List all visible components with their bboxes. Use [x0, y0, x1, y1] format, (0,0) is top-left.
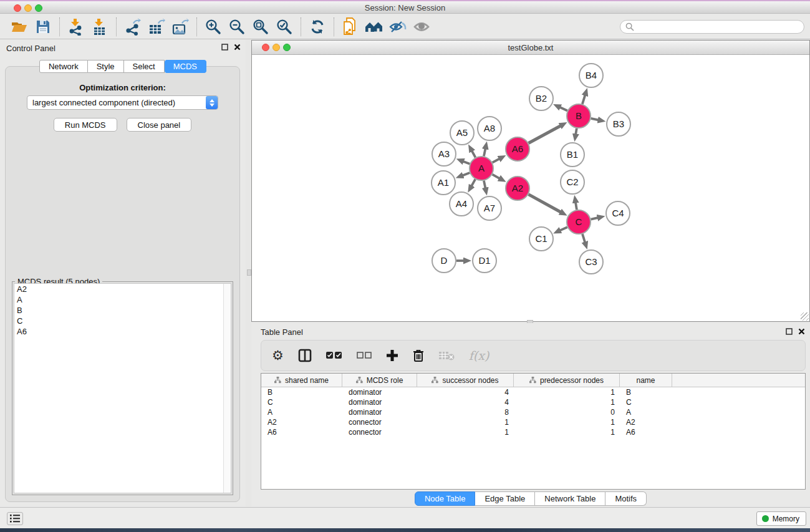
- edge-C-C1[interactable]: [559, 227, 567, 231]
- zoom-out-button[interactable]: [225, 16, 249, 37]
- table-cell[interactable]: A2: [261, 417, 342, 427]
- column-header-name[interactable]: name: [620, 374, 672, 387]
- table-row[interactable]: Adominator80A: [261, 407, 805, 417]
- refresh-layout-button[interactable]: [306, 16, 329, 37]
- table-cell[interactable]: 1: [417, 417, 514, 427]
- clone-network-button[interactable]: [339, 16, 362, 37]
- table-cell[interactable]: 1: [514, 387, 620, 397]
- tab-style[interactable]: Style: [88, 60, 124, 73]
- table-cell[interactable]: dominator: [342, 387, 417, 397]
- edge-A-A7[interactable]: [484, 181, 486, 189]
- select-all-button[interactable]: [326, 346, 342, 365]
- export-table-button[interactable]: [145, 16, 168, 37]
- node-A8[interactable]: A8: [478, 117, 501, 140]
- tab-mcds[interactable]: MCDS: [165, 60, 206, 73]
- float-panel-icon[interactable]: [786, 328, 793, 335]
- node-A1[interactable]: A1: [432, 171, 455, 195]
- edge-C-C2[interactable]: [576, 202, 577, 210]
- table-cell[interactable]: 1: [514, 397, 620, 407]
- result-item[interactable]: A2: [14, 284, 231, 294]
- float-panel-icon[interactable]: [221, 44, 228, 51]
- table-cell[interactable]: 8: [417, 407, 514, 417]
- add-row-button[interactable]: [386, 346, 398, 365]
- delete-table-button[interactable]: [438, 346, 455, 365]
- edge-C-C4[interactable]: [591, 218, 599, 220]
- show-all-button[interactable]: [362, 16, 386, 37]
- close-panel-icon[interactable]: [234, 44, 241, 51]
- mcds-result-list[interactable]: A2ABCA6: [14, 283, 231, 493]
- table-settings-button[interactable]: ⚙: [272, 346, 284, 365]
- node-A5[interactable]: A5: [450, 121, 474, 145]
- function-builder-button[interactable]: f(x): [469, 346, 489, 365]
- table-cell[interactable]: A6: [620, 427, 672, 437]
- result-item[interactable]: B: [14, 305, 231, 316]
- tab-select[interactable]: Select: [124, 60, 165, 73]
- tab-node-table[interactable]: Node Table: [415, 491, 476, 506]
- edge-A-A8[interactable]: [484, 148, 486, 156]
- node-B4[interactable]: B4: [579, 64, 603, 87]
- table-cell[interactable]: 1: [514, 427, 620, 437]
- table-cell[interactable]: 4: [417, 387, 514, 397]
- table-cell[interactable]: C: [261, 397, 342, 407]
- hide-selected-button[interactable]: [386, 16, 410, 37]
- result-item[interactable]: A: [14, 294, 231, 305]
- result-item[interactable]: A6: [14, 326, 231, 337]
- table-cell[interactable]: A6: [261, 427, 342, 437]
- table-cell[interactable]: 1: [417, 427, 514, 437]
- column-header-predecessor-nodes[interactable]: predecessor nodes: [514, 374, 620, 387]
- zoom-fit-button[interactable]: [249, 16, 272, 37]
- tab-network[interactable]: Network: [39, 60, 88, 73]
- table-cell[interactable]: C: [620, 397, 672, 407]
- show-columns-button[interactable]: [298, 346, 312, 365]
- node-A2[interactable]: A2: [506, 177, 529, 200]
- column-header-successor-nodes[interactable]: successor nodes: [417, 374, 514, 387]
- edge-B-B2[interactable]: [559, 107, 567, 111]
- node-A6[interactable]: A6: [506, 137, 529, 161]
- table-row[interactable]: Cdominator41C: [261, 397, 805, 407]
- table-cell[interactable]: A: [620, 407, 672, 417]
- unselect-all-button[interactable]: [357, 346, 372, 365]
- node-B1[interactable]: B1: [561, 143, 584, 167]
- edge-A-A6[interactable]: [493, 158, 500, 162]
- tab-edge-table[interactable]: Edge Table: [475, 491, 535, 506]
- open-session-button[interactable]: [7, 16, 31, 37]
- edge-C-C3[interactable]: [582, 234, 585, 243]
- node-C2[interactable]: C2: [561, 170, 584, 194]
- network-graph[interactable]: AA1A2A3A4A5A6A7A8BB1B2B3B4CC1C2C3C4DD1: [252, 55, 809, 321]
- result-scrollbar[interactable]: [223, 284, 231, 493]
- zoom-in-button[interactable]: [201, 16, 225, 37]
- table-cell[interactable]: 0: [514, 407, 620, 417]
- network-canvas[interactable]: AA1A2A3A4A5A6A7A8BB1B2B3B4CC1C2C3C4DD1: [252, 55, 809, 321]
- node-A4[interactable]: A4: [450, 192, 473, 216]
- run-mcds-button[interactable]: Run MCDS: [54, 118, 117, 132]
- edge-A-A3[interactable]: [463, 161, 470, 163]
- node-B2[interactable]: B2: [529, 87, 553, 110]
- node-A[interactable]: A: [470, 157, 493, 180]
- delete-row-button[interactable]: [413, 346, 424, 365]
- table-cell[interactable]: dominator: [342, 407, 417, 417]
- column-header-MCDS-role[interactable]: MCDS role: [342, 374, 417, 387]
- close-panel-button[interactable]: Close panel: [127, 118, 192, 132]
- edge-A2-C[interactable]: [529, 195, 561, 213]
- save-session-button[interactable]: [31, 16, 55, 37]
- criterion-dropdown[interactable]: largest connected component (directed): [27, 95, 218, 110]
- table-cell[interactable]: connector: [342, 427, 417, 437]
- window-resize-grip[interactable]: [801, 312, 809, 321]
- table-cell[interactable]: A2: [620, 417, 672, 427]
- search-field[interactable]: [620, 20, 804, 34]
- table-row[interactable]: A2connector11A2: [261, 417, 805, 427]
- edge-A-A5[interactable]: [471, 150, 475, 157]
- edge-B-B1[interactable]: [576, 128, 577, 135]
- vertical-split-handle[interactable]: [247, 269, 251, 276]
- node-C[interactable]: C: [567, 210, 591, 234]
- table-cell[interactable]: 4: [417, 397, 514, 407]
- node-A3[interactable]: A3: [432, 142, 456, 166]
- node-D[interactable]: D: [432, 249, 456, 273]
- node-D1[interactable]: D1: [473, 249, 496, 273]
- close-panel-icon[interactable]: [798, 328, 805, 335]
- node-table[interactable]: shared nameMCDS rolesuccessor nodesprede…: [261, 373, 806, 490]
- task-history-button[interactable]: [7, 512, 23, 525]
- node-B[interactable]: B: [567, 104, 591, 128]
- edge-A-A2[interactable]: [493, 175, 500, 179]
- memory-button[interactable]: Memory: [756, 511, 806, 526]
